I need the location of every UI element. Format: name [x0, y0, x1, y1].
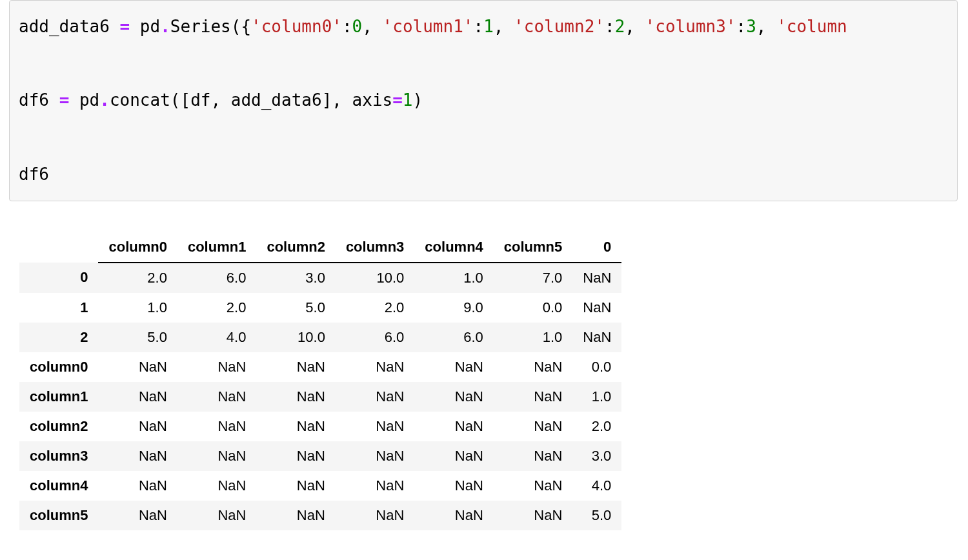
cell: NaN: [256, 501, 335, 530]
index-column-header: [19, 232, 98, 263]
cell: 3.0: [572, 441, 621, 471]
cell: 1.0: [572, 382, 621, 412]
row-index: 2: [19, 323, 98, 352]
cell: NaN: [256, 471, 335, 501]
output-area: column0column1column2column3column4colum…: [19, 232, 968, 530]
column-header: column1: [177, 232, 256, 263]
row-index: column0: [19, 352, 98, 382]
cell: 1.0: [414, 263, 493, 293]
cell: NaN: [336, 352, 414, 382]
code-text: add_data6 = pd.Series({'column0':0, 'col…: [19, 8, 948, 193]
cell: NaN: [414, 412, 493, 441]
cell: NaN: [98, 501, 177, 530]
table-row: 25.04.010.06.06.01.0NaN: [19, 323, 621, 352]
table-row: 11.02.05.02.09.00.0NaN: [19, 293, 621, 323]
cell: 2.0: [336, 293, 414, 323]
cell: NaN: [177, 471, 256, 501]
row-index: column4: [19, 471, 98, 501]
dataframe-table: column0column1column2column3column4colum…: [19, 232, 621, 530]
cell: NaN: [336, 471, 414, 501]
cell: NaN: [494, 382, 572, 412]
cell: NaN: [494, 412, 572, 441]
row-index: column2: [19, 412, 98, 441]
row-index: column5: [19, 501, 98, 530]
table-row: 02.06.03.010.01.07.0NaN: [19, 263, 621, 293]
column-header: 0: [572, 232, 621, 263]
column-header: column2: [256, 232, 335, 263]
cell: 9.0: [414, 293, 493, 323]
cell: 10.0: [336, 263, 414, 293]
cell: NaN: [494, 441, 572, 471]
cell: 6.0: [177, 263, 256, 293]
column-header: column5: [494, 232, 572, 263]
cell: NaN: [336, 501, 414, 530]
cell: NaN: [414, 382, 493, 412]
cell: NaN: [177, 412, 256, 441]
cell: NaN: [336, 441, 414, 471]
cell: NaN: [336, 412, 414, 441]
table-row: column2NaNNaNNaNNaNNaNNaN2.0: [19, 412, 621, 441]
table-body: 02.06.03.010.01.07.0NaN11.02.05.02.09.00…: [19, 263, 621, 530]
cell: NaN: [98, 352, 177, 382]
table-row: column0NaNNaNNaNNaNNaNNaN0.0: [19, 352, 621, 382]
cell: 1.0: [494, 323, 572, 352]
cell: NaN: [177, 501, 256, 530]
cell: NaN: [256, 352, 335, 382]
cell-prompt-in-fragment: :: [0, 5, 4, 22]
cell: NaN: [414, 471, 493, 501]
column-header: column4: [414, 232, 493, 263]
code-input-cell[interactable]: add_data6 = pd.Series({'column0':0, 'col…: [9, 0, 958, 201]
cell: 5.0: [572, 501, 621, 530]
cell: 4.0: [572, 471, 621, 501]
cell: NaN: [572, 323, 621, 352]
cell: NaN: [494, 471, 572, 501]
cell: NaN: [177, 441, 256, 471]
cell-prompt-out-fragment: :: [0, 133, 4, 150]
column-header: column3: [336, 232, 414, 263]
cell: NaN: [98, 382, 177, 412]
cell: NaN: [572, 263, 621, 293]
cell: 0.0: [572, 352, 621, 382]
cell: 6.0: [336, 323, 414, 352]
cell: NaN: [494, 501, 572, 530]
cell: NaN: [177, 382, 256, 412]
cell: 2.0: [98, 263, 177, 293]
table-row: column3NaNNaNNaNNaNNaNNaN3.0: [19, 441, 621, 471]
cell: 4.0: [177, 323, 256, 352]
cell: 0.0: [494, 293, 572, 323]
cell: NaN: [414, 501, 493, 530]
cell: 5.0: [256, 293, 335, 323]
cell: NaN: [256, 412, 335, 441]
row-index: column1: [19, 382, 98, 412]
cell: 3.0: [256, 263, 335, 293]
column-header: column0: [98, 232, 177, 263]
row-index: column3: [19, 441, 98, 471]
cell: NaN: [572, 293, 621, 323]
table-row: column1NaNNaNNaNNaNNaNNaN1.0: [19, 382, 621, 412]
row-index: 0: [19, 263, 98, 293]
cell: NaN: [414, 352, 493, 382]
cell: NaN: [98, 441, 177, 471]
cell: NaN: [494, 352, 572, 382]
cell: NaN: [256, 382, 335, 412]
cell: NaN: [98, 471, 177, 501]
cell: NaN: [336, 382, 414, 412]
cell: 2.0: [572, 412, 621, 441]
row-index: 1: [19, 293, 98, 323]
table-header: column0column1column2column3column4colum…: [19, 232, 621, 263]
cell: 6.0: [414, 323, 493, 352]
cell: 10.0: [256, 323, 335, 352]
table-row: column5NaNNaNNaNNaNNaNNaN5.0: [19, 501, 621, 530]
cell: NaN: [256, 441, 335, 471]
cell: NaN: [98, 412, 177, 441]
cell: 5.0: [98, 323, 177, 352]
cell: NaN: [414, 441, 493, 471]
cell: 7.0: [494, 263, 572, 293]
table-row: column4NaNNaNNaNNaNNaNNaN4.0: [19, 471, 621, 501]
cell: NaN: [177, 352, 256, 382]
cell: 1.0: [98, 293, 177, 323]
cell: 2.0: [177, 293, 256, 323]
